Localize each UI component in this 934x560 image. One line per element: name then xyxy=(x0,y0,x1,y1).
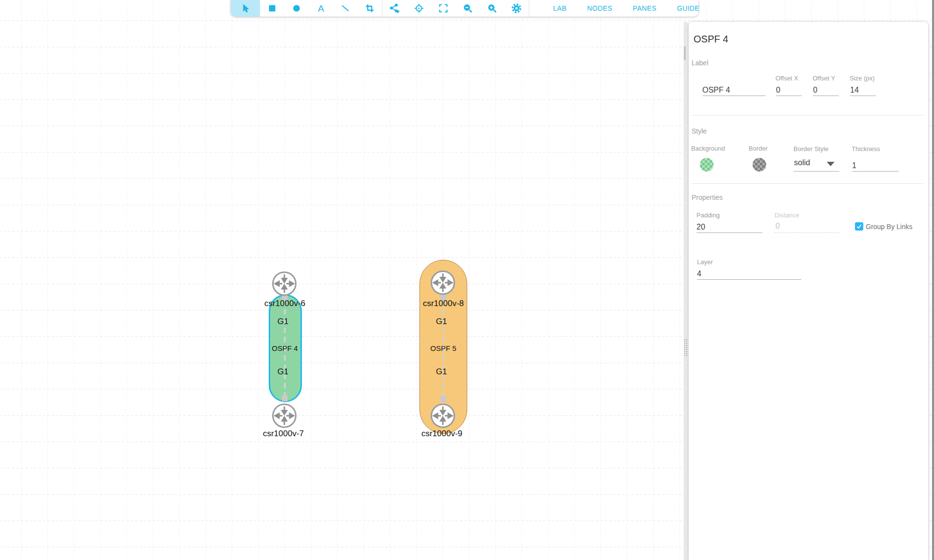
add-node-tool-button[interactable] xyxy=(382,0,407,17)
zoom-out-icon xyxy=(463,3,473,13)
offset-y-label: Offset Y xyxy=(813,75,835,82)
line-icon xyxy=(340,3,350,13)
topology-editor-app: { "toolbar": { "tools": [ {"id": "select… xyxy=(0,0,934,560)
border-color-swatch[interactable] xyxy=(753,158,766,172)
layer-input[interactable] xyxy=(697,269,801,280)
scrollbar-thumb[interactable] xyxy=(684,46,686,60)
circle-icon xyxy=(292,3,301,13)
section-divider xyxy=(692,183,923,184)
node-label: csr1000v-9 xyxy=(421,429,462,439)
router-icon-csr1000v-9[interactable] xyxy=(430,403,456,428)
thickness-label: Thickness xyxy=(852,145,880,153)
distance-underline xyxy=(775,222,840,233)
menu-nodes[interactable]: NODES xyxy=(577,0,623,17)
interface-label: G1 xyxy=(436,317,447,327)
offset-y-input[interactable] xyxy=(813,85,839,96)
router-icon-csr1000v-8[interactable] xyxy=(430,270,456,295)
interface-label: G1 xyxy=(278,367,289,377)
menu-panes[interactable]: PANES xyxy=(622,0,666,17)
node-label: csr1000v-8 xyxy=(423,299,464,309)
panel-gutter xyxy=(684,22,689,560)
background-color-swatch[interactable] xyxy=(700,158,714,172)
offset-x-input[interactable] xyxy=(776,85,802,96)
crop-tool-button[interactable] xyxy=(358,0,382,17)
layer-label: Layer xyxy=(697,258,713,266)
group-by-links-label: Group By Links xyxy=(866,223,913,231)
zoom-in-icon xyxy=(487,3,497,13)
router-icon-csr1000v-6[interactable] xyxy=(272,271,297,296)
settings-tool-button[interactable] xyxy=(504,0,529,17)
zoom-in-tool-button[interactable] xyxy=(480,0,504,17)
border-label: Border xyxy=(749,145,768,152)
properties-section-heading: Properties xyxy=(692,193,723,201)
line-tool-button[interactable] xyxy=(333,0,358,17)
border-style-underline xyxy=(794,171,839,172)
size-label: Size (px) xyxy=(850,75,874,82)
offset-x-label: Offset X xyxy=(775,75,798,82)
panel-resize-handle[interactable] xyxy=(684,339,687,356)
distance-label: Distance xyxy=(775,212,799,219)
background-label: Background xyxy=(691,145,725,152)
border-style-label: Border Style xyxy=(794,145,829,153)
section-divider xyxy=(692,115,923,116)
label-section-heading: Label xyxy=(692,59,708,67)
add-node-icon xyxy=(389,3,400,14)
annotation-label: OSPF 4 xyxy=(272,344,298,352)
crosshair-icon xyxy=(414,3,424,13)
menu-guide[interactable]: GUIDE xyxy=(667,0,710,17)
thickness-input[interactable] xyxy=(852,160,899,172)
window-scrollbar[interactable] xyxy=(932,0,934,560)
toolbar-menus: LAB NODES PANES GUIDE xyxy=(543,0,710,17)
check-icon xyxy=(856,223,862,230)
zoom-out-tool-button[interactable] xyxy=(456,0,480,17)
annotation-properties-panel: OSPF 4 Label Offset X Offset Y Size (px)… xyxy=(689,22,928,560)
fullscreen-tool-button[interactable] xyxy=(431,0,456,17)
gear-icon xyxy=(511,3,522,14)
menu-lab[interactable]: LAB xyxy=(543,0,577,17)
square-icon xyxy=(267,3,277,13)
node-label: csr1000v-6 xyxy=(264,299,305,309)
crop-icon xyxy=(365,3,375,13)
group-by-links-checkbox[interactable] xyxy=(855,222,863,231)
toolbar-separator xyxy=(529,0,529,17)
fullscreen-icon xyxy=(438,3,448,13)
locate-tool-button[interactable] xyxy=(407,0,431,17)
size-input[interactable] xyxy=(850,85,876,96)
annotation-label: OSPF 5 xyxy=(430,344,456,352)
style-section-heading: Style xyxy=(692,127,707,135)
node-label: csr1000v-7 xyxy=(263,429,304,439)
label-text-input[interactable] xyxy=(702,85,766,96)
border-style-select[interactable]: solid xyxy=(794,158,810,167)
annotation-toolbar: A xyxy=(231,0,698,17)
panel-title: OSPF 4 xyxy=(694,34,728,45)
chevron-down-icon[interactable] xyxy=(827,162,835,166)
rectangle-tool-button[interactable] xyxy=(260,0,284,17)
cursor-icon xyxy=(240,3,250,13)
text-tool-button[interactable]: A xyxy=(309,0,333,17)
router-icon-csr1000v-7[interactable] xyxy=(272,403,297,428)
ellipse-tool-button[interactable] xyxy=(284,0,309,17)
interface-label: G1 xyxy=(278,317,289,327)
select-tool-button[interactable] xyxy=(231,0,260,17)
padding-input[interactable] xyxy=(696,222,762,233)
interface-label: G1 xyxy=(436,367,447,377)
padding-label: Padding xyxy=(696,212,720,219)
text-icon: A xyxy=(318,4,324,13)
